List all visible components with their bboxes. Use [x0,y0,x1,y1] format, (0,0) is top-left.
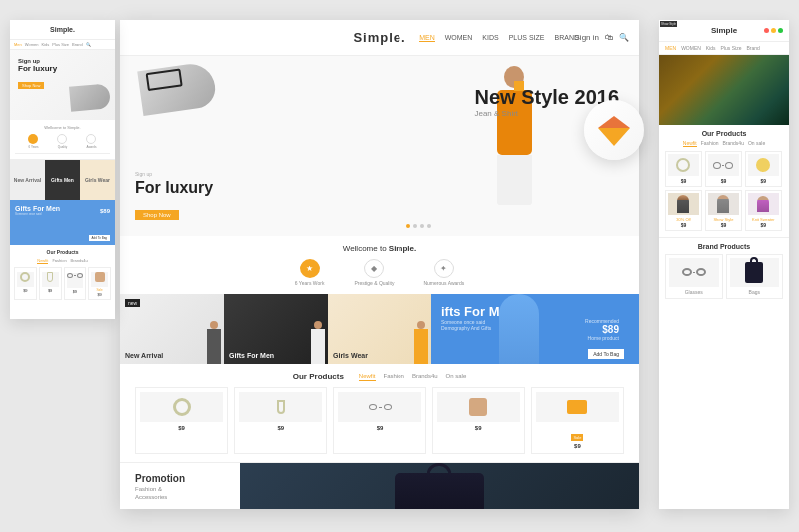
left-hero-cta[interactable]: Shop Now [18,82,44,89]
cat-girls-wear[interactable]: Girls Wear [328,294,431,364]
product-img-2 [239,392,322,422]
earring-icon [277,400,285,414]
tab-fashion[interactable]: Fashion [384,373,404,381]
awards-icon: ✦ [434,259,454,278]
tab-newfit[interactable]: Newfit [359,373,376,381]
nav-kids[interactable]: KIDS [482,34,498,41]
product-card-4[interactable]: $9 [432,387,525,454]
left-prod-4[interactable]: Sale $9 [88,267,111,300]
right-ring-icon [676,158,690,172]
right-tab-brands4u[interactable]: Brands4u [723,140,744,147]
left-nav-women[interactable]: Women [25,42,39,47]
right-brand-grid: Glasses Bags [665,254,783,299]
fashion-fig-3 [757,196,769,212]
left-search[interactable]: 🔍 [86,42,91,47]
right-prod-4[interactable]: 30% Off 30% Off $9 [665,190,702,231]
left-prod-2[interactable]: $9 [39,267,62,300]
left-feat-circle-1 [28,134,38,144]
left-shoe [70,85,110,115]
right-prod-3[interactable]: $9 [745,151,782,187]
right-prod-img-6 [748,193,779,215]
right-products-grid: $9 $9 $9 30% Off 30% Off [659,151,789,237]
right-brand-title: Brand Products [665,243,783,250]
promo-subtitle: Fashion & [135,486,225,492]
cart-icon[interactable]: 🛍 [605,33,613,42]
feature-quality: ◆ Prestige & Quality [354,259,394,286]
right-prod-5[interactable]: Show Style Show Style $9 [705,190,742,231]
left-nav-plus[interactable]: Plus Size [52,42,69,47]
right-nav-men[interactable]: MEN [665,45,676,51]
right-lens-l [713,162,721,169]
right-tab-newfit[interactable]: Newfit [683,140,697,147]
person-body-2 [311,329,325,364]
left-cat-1[interactable]: New Arrival [10,160,45,200]
feature-awards: ✦ Numerous Awards [423,259,464,286]
hero-cta-btn[interactable]: Shop Now [135,203,213,221]
left-prod-1[interactable]: $9 [14,267,37,300]
product-card-2[interactable]: $9 [234,387,327,454]
right-prod-1[interactable]: $9 [665,151,702,187]
right-brand-section: Brand Products Glasses Bags [659,237,789,304]
tab-onsale[interactable]: On sale [446,373,467,381]
product-price-2: $9 [239,425,322,431]
right-logo: Simple [711,26,737,35]
left-nav-brand[interactable]: Brand [72,42,83,47]
left-shoe-shape [69,83,111,111]
right-brand-bags[interactable]: Bags [726,254,784,299]
left-feat-circle-2 [57,134,67,144]
right-nav-brand[interactable]: Brand [746,45,759,51]
hero-headline: For luxury [135,179,213,197]
nav-men[interactable]: MEN [419,34,435,42]
product-card-1[interactable]: $9 [135,387,228,454]
right-nav-women[interactable]: WOMEN [681,45,701,51]
left-cat-label-3: Girls Wear [85,177,110,183]
left-hero-headline: For luxury [18,64,107,73]
right-nav: MEN WOMEN Kids Plus Size Brand [659,42,789,55]
tab-brands4u[interactable]: Brands4u [412,373,438,381]
right-prod-2[interactable]: $9 [705,151,742,187]
left-prod-img-2 [42,272,59,287]
nav-plus-size[interactable]: PLUS SIZE [509,34,545,41]
feature-years: ★ 6 Years Work [295,259,325,286]
sign-in-link[interactable]: Sign in [575,33,599,42]
left-tab-fashion[interactable]: Fashion [52,258,66,264]
brand-lens-r [696,268,706,276]
left-tab-brands[interactable]: Brands4u [71,258,88,264]
left-add-btn[interactable]: Add To Bag [89,235,110,241]
left-cat-3[interactable]: Girls Wear [80,160,115,200]
left-nav-kids[interactable]: Kids [42,42,50,47]
mockup-logo: Simple. [353,30,405,45]
years-label: 6 Years Work [295,280,325,286]
left-welcome: Wellcome to Simple. 6 Years Quality Awar… [10,120,115,160]
left-prod-3[interactable]: $9 [64,267,87,300]
right-brand-img-bags [730,258,780,287]
right-nav-plus[interactable]: Plus Size [721,45,742,51]
cat-gifts-men[interactable]: Gifts For Men [224,294,328,364]
left-mockup: Simple. Men Women Kids Plus Size Brand 🔍… [10,20,115,319]
product-card-5[interactable]: Sale $9 [531,387,624,454]
left-tab-newfit[interactable]: Newfit [37,258,48,264]
sale-badge-5: Sale [571,434,583,441]
search-icon[interactable]: 🔍 [619,33,629,42]
hero-signup-label: Sign up [135,171,213,177]
left-feat-label-2: Quality [57,145,67,149]
nav-women[interactable]: WOMEN [445,34,473,41]
left-cat-2[interactable]: Gifts Men [45,160,80,200]
left-lens-r [77,273,83,278]
right-nav-kids[interactable]: Kids [706,45,716,51]
product-card-3[interactable]: $9 [333,387,425,454]
cat-gifts-men-large[interactable]: ifts For Men Someone once said Demograph… [431,294,639,364]
right-brand-glasses[interactable]: Glasses [665,254,723,299]
right-prod-6[interactable]: Knit Sweater $9 [745,190,782,231]
person-body [207,329,221,364]
left-watch-icon [95,272,105,282]
window-controls [764,28,783,33]
maximize-dot [778,28,783,33]
left-nav-men[interactable]: Men [14,42,22,47]
left-cat-label-2: Gifts Men [51,177,74,183]
right-tab-fashion[interactable]: Fashion [701,140,719,147]
right-tab-onsale[interactable]: On sale [748,140,765,147]
add-to-bag-btn[interactable]: Add To Bag [588,349,624,359]
cat-new-arrival[interactable]: new New Arrival [120,294,224,364]
left-prod-price-1: $9 [17,288,34,293]
